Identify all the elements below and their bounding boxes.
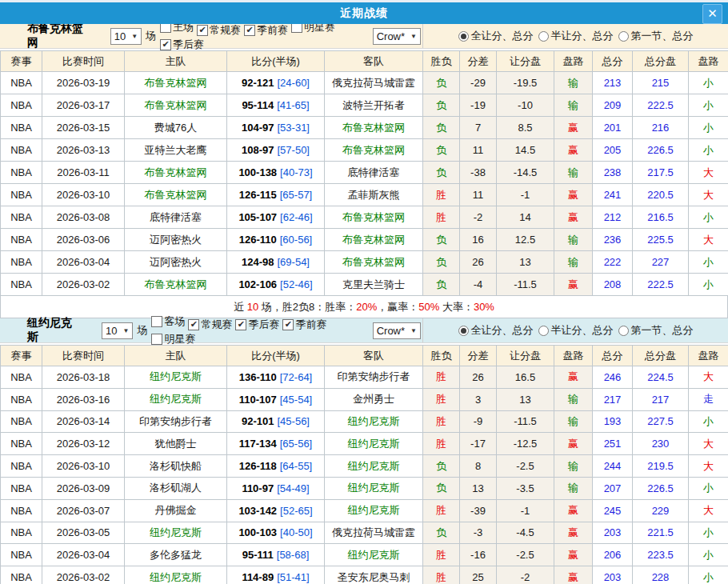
checkbox-all-star[interactable]: 明星赛 [151,332,195,346]
radio-button-icon[interactable] [458,326,469,336]
away-team-cell: 布鲁克林篮网 [325,206,423,229]
league-cell: NBA [1,388,42,410]
column-header: 主队 [125,346,227,366]
total-points-cell: 201 [593,117,633,139]
game-row: NBA2026-03-02纽约尼克斯114-89[51-41]圣安东尼奥马刺胜2… [1,566,728,584]
games-count-select[interactable]: 10 ▼ [110,28,142,45]
checkbox-box-icon[interactable]: ✔ [197,25,208,36]
checkbox-box-icon[interactable]: ✔ [282,319,294,330]
checkbox-preseason[interactable]: ✔季前赛 [282,318,326,332]
radio-button-icon[interactable] [538,31,549,42]
radio-button-icon[interactable] [618,31,629,42]
league-cell: NBA [1,72,42,94]
over-under-cell: 小 [689,72,728,94]
game-row: NBA2026-03-04迈阿密热火124-98[69-54]布鲁克林篮网负26… [1,251,728,274]
handicap-result-cell: 赢 [554,433,593,455]
total-line-cell: 225.5 [633,229,689,251]
home-team-cell: 布鲁克林篮网 [125,184,227,206]
game-row: NBA2026-03-08底特律活塞105-107[62-46]布鲁克林篮网胜-… [1,206,728,229]
handicap-line-cell: 14 [497,206,554,229]
radio-button-icon[interactable] [618,326,629,336]
over-under-cell: 小 [689,206,728,229]
score-cell: 114-89[51-41] [227,566,325,584]
filter-checkboxes: 主场✔常规赛✔季前赛明星赛✔季后赛 [157,20,371,52]
score-cell: 92-121[24-60] [227,72,325,94]
away-team-cell: 纽约尼克斯 [325,499,423,522]
win-loss-cell: 负 [423,117,460,139]
checkbox-regular-season[interactable]: ✔常规赛 [188,318,232,332]
total-points-cell: 213 [593,72,633,94]
win-loss-cell: 负 [423,72,460,94]
handicap-result-cell: 赢 [554,544,593,566]
league-cell: NBA [1,117,42,139]
win-loss-cell: 负 [423,251,460,274]
score-cell: 92-101[45-56] [227,410,325,433]
checkbox-box-icon[interactable]: ✔ [244,25,255,36]
away-team-cell: 底特律活塞 [325,162,423,184]
date-cell: 2026-03-11 [42,162,125,184]
date-cell: 2026-03-05 [42,522,125,544]
radio-label: 全让分、总分 [471,323,534,338]
away-team-cell: 布鲁克林篮网 [325,117,423,139]
column-header: 赛事 [1,346,42,366]
game-row: NBA2026-03-07丹佛掘金103-142[52-65]纽约尼克斯胜-39… [1,499,728,522]
radio-button-icon[interactable] [538,326,549,336]
score-cell: 126-115[65-57] [227,184,325,206]
handicap-line-cell: 13 [497,251,554,274]
games-table: 赛事比赛时间主队比分(半场)客队胜负分差让分盘盘路总分总分盘盘路 NBA2026… [0,345,728,584]
checkbox-playoffs[interactable]: ✔季后赛 [160,38,204,52]
point-diff-cell: 11 [460,184,497,206]
total-line-cell: 227.5 [633,410,689,433]
mode-select-value: Crow* [377,30,405,42]
checkbox-label: 季前赛 [257,23,288,38]
score-cell: 105-107[62-46] [227,206,325,229]
total-points-cell: 193 [593,410,633,433]
league-cell: NBA [1,162,42,184]
checkbox-playoffs[interactable]: ✔季后赛 [235,318,279,332]
checkbox-box-icon[interactable]: ✔ [235,319,246,330]
mode-select[interactable]: Crow* ▼ [373,322,421,339]
over-under-cell: 小 [689,410,728,433]
score-cell: 117-134[65-56] [227,433,325,455]
point-diff-cell: -38 [460,162,497,184]
mode-select[interactable]: Crow* ▼ [373,28,421,45]
total-points-cell: 206 [593,544,633,566]
over-under-cell: 小 [689,117,728,139]
checkbox-away[interactable]: 客场 [151,314,185,329]
title-bar: 近期战绩 ✕ [0,2,728,24]
checkbox-preseason[interactable]: ✔季前赛 [244,23,288,38]
point-diff-cell: 7 [460,117,497,139]
league-cell: NBA [1,455,42,478]
radio-first-quarter-total[interactable]: 第一节、总分 [618,29,694,43]
checkbox-box-icon[interactable]: ✔ [188,319,199,330]
game-row: NBA2026-03-10布鲁克林篮网126-115[65-57]孟菲斯灰熊胜1… [1,184,728,206]
total-line-cell: 220.5 [633,184,689,206]
checkbox-box-icon[interactable] [151,334,162,345]
over-under-cell: 大 [689,499,728,522]
home-team-cell: 多伦多猛龙 [125,544,227,566]
radio-half-handicap-total[interactable]: 半让分、总分 [538,323,614,338]
radio-full-handicap-total[interactable]: 全让分、总分 [458,29,534,43]
column-header: 总分盘 [633,51,689,72]
radio-full-handicap-total[interactable]: 全让分、总分 [458,323,534,338]
handicap-line-cell: 13 [497,388,554,410]
checkbox-box-icon[interactable]: ✔ [160,39,171,50]
win-loss-cell: 胜 [423,366,460,389]
game-row: NBA2026-03-18纽约尼克斯136-110[72-64]印第安纳步行者胜… [1,366,728,389]
close-icon[interactable]: ✕ [702,4,722,24]
game-row: NBA2026-03-15费城76人104-97[53-31]布鲁克林篮网负78… [1,117,728,139]
column-header: 比赛时间 [42,346,125,366]
game-row: NBA2026-03-04多伦多猛龙95-111[58-68]纽约尼克斯胜-16… [1,544,728,566]
point-diff-cell: 26 [460,251,497,274]
radio-half-handicap-total[interactable]: 半让分、总分 [538,29,614,43]
game-row: NBA2026-03-11布鲁克林篮网100-138[40-73]底特律活塞负-… [1,162,728,184]
checkbox-box-icon[interactable] [151,316,162,327]
checkbox-regular-season[interactable]: ✔常规赛 [197,23,241,38]
radio-first-quarter-total[interactable]: 第一节、总分 [618,323,694,338]
radio-button-icon[interactable] [458,31,469,42]
games-count-select[interactable]: 10 ▼ [102,322,133,339]
over-under-cell: 走 [689,388,728,410]
checkbox-label: 明星赛 [164,332,195,346]
home-team-cell: 洛杉矶快船 [125,455,227,478]
home-team-cell: 布鲁克林篮网 [125,274,227,296]
